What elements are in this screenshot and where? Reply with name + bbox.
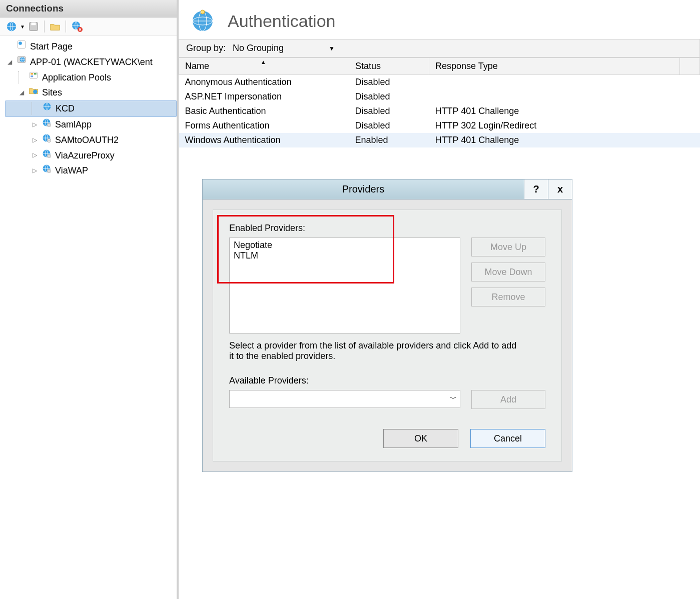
- tree-label: Start Page: [30, 40, 73, 54]
- svg-point-30: [201, 10, 205, 14]
- expander-expand-icon[interactable]: ▷: [31, 136, 38, 145]
- expander-collapsed-icon[interactable]: ◢: [18, 88, 25, 98]
- connect-icon[interactable]: [6, 21, 17, 32]
- app-pools-icon: [28, 70, 39, 85]
- toolbar-separator: [44, 20, 45, 32]
- cell-status: Disabled: [349, 118, 429, 133]
- svg-rect-23: [48, 155, 50, 156]
- cell-name: Windows Authentication: [179, 133, 349, 148]
- grid-row[interactable]: Forms Authentication Disabled HTTP 302 L…: [179, 118, 700, 133]
- svg-rect-2: [31, 22, 36, 26]
- column-header-name[interactable]: Name ▲: [179, 58, 349, 75]
- authentication-grid[interactable]: Name ▲ Status Response Type Anonymous Au…: [179, 58, 700, 148]
- svg-rect-11: [34, 73, 37, 74]
- page-title: Authentication: [228, 12, 336, 31]
- svg-point-13: [33, 90, 37, 94]
- connections-toolbar: ▼: [0, 18, 177, 36]
- ok-button[interactable]: OK: [383, 429, 458, 448]
- svg-rect-5: [18, 41, 26, 48]
- enabled-providers-label: Enabled Providers:: [229, 223, 545, 234]
- provider-info-text: Select a provider from the list of avail…: [229, 340, 519, 362]
- group-by-label: Group by:: [186, 43, 226, 54]
- tree-site-samtooauth2[interactable]: ▷ SAMtoOAUTH2: [5, 132, 177, 148]
- tree-site-viaazureproxy[interactable]: ▷ ViaAzureProxy: [5, 148, 177, 164]
- remove-button[interactable]: Remove: [471, 288, 545, 306]
- grid-row[interactable]: ASP.NET Impersonation Disabled: [179, 90, 700, 104]
- tree-label: APP-01 (WACKETYWACK\ent: [30, 55, 153, 70]
- tree-label: ViaWAP: [55, 164, 88, 178]
- cell-status: Disabled: [349, 75, 429, 90]
- column-header-response[interactable]: Response Type: [429, 58, 680, 75]
- grid-row[interactable]: Windows Authentication Enabled HTTP 401 …: [179, 133, 700, 148]
- group-by-value: No Grouping: [233, 43, 284, 54]
- tree-label: SAMtoOAUTH2: [55, 133, 119, 148]
- tree-server-node[interactable]: ◢ APP-01 (WACKETYWACK\ent: [5, 54, 177, 70]
- cell-name: Forms Authentication: [179, 118, 349, 133]
- toolbar-separator: [66, 20, 66, 32]
- tree-site-kcd[interactable]: KCD: [5, 100, 177, 117]
- add-button[interactable]: Add: [471, 390, 545, 409]
- svg-rect-26: [48, 170, 50, 172]
- cell-name: Anonymous Authentication: [179, 75, 349, 90]
- list-item[interactable]: Negotiate: [234, 240, 456, 250]
- grid-row[interactable]: Anonymous Authentication Disabled: [179, 75, 700, 90]
- tree-site-samlapp[interactable]: ▷ SamlApp: [5, 117, 177, 132]
- tree-label: ViaAzureProxy: [55, 148, 115, 163]
- group-by-bar: Group by: No Grouping ▼: [179, 39, 700, 58]
- tree-label: Sites: [42, 86, 62, 100]
- tree-label: KCD: [56, 102, 75, 116]
- move-up-button[interactable]: Move Up: [471, 238, 545, 256]
- server-icon: [16, 55, 27, 70]
- cell-response: HTTP 401 Challenge: [429, 133, 680, 148]
- dialog-body: Enabled Providers: Negotiate NTLM Move U…: [213, 210, 562, 462]
- enabled-providers-list[interactable]: Negotiate NTLM: [229, 238, 460, 334]
- site-icon: [41, 148, 52, 163]
- connections-panel-title: Connections: [0, 0, 177, 18]
- cell-name: ASP.NET Impersonation: [179, 90, 349, 104]
- grid-row[interactable]: Basic Authentication Disabled HTTP 401 C…: [179, 104, 700, 118]
- cell-status: Enabled: [349, 133, 429, 148]
- group-by-dropdown[interactable]: No Grouping ▼: [231, 42, 337, 54]
- cell-response: HTTP 302 Login/Redirect: [429, 118, 680, 133]
- expander-expand-icon[interactable]: ▷: [31, 120, 38, 130]
- dialog-close-button[interactable]: x: [548, 180, 572, 200]
- providers-dialog: Providers ? x Enabled Providers: Negotia…: [202, 179, 572, 472]
- authentication-icon: [191, 9, 215, 33]
- remove-connection-icon[interactable]: [71, 20, 83, 32]
- tree-label: Application Pools: [42, 70, 111, 85]
- column-header-status[interactable]: Status: [349, 58, 429, 75]
- available-providers-dropdown[interactable]: ﹀: [229, 390, 460, 408]
- expander-expand-icon[interactable]: ▷: [31, 150, 38, 160]
- tree-label: SamlApp: [55, 118, 92, 132]
- svg-rect-12: [31, 76, 33, 77]
- start-page-icon: [16, 40, 27, 54]
- expander-collapsed-icon[interactable]: ◢: [6, 58, 13, 67]
- tree-sites-node[interactable]: ◢ Sites: [5, 85, 177, 100]
- dialog-help-button[interactable]: ?: [524, 180, 548, 200]
- expander-expand-icon[interactable]: ▷: [31, 166, 38, 176]
- dropdown-caret-icon[interactable]: ▼: [20, 24, 25, 30]
- cell-status: Disabled: [349, 90, 429, 104]
- svg-point-6: [19, 42, 22, 45]
- column-header-spacer: [680, 58, 700, 75]
- column-header-label: Name: [185, 61, 209, 71]
- tree-site-viawap[interactable]: ▷ ViaWAP: [5, 163, 177, 178]
- svg-rect-10: [31, 73, 33, 74]
- cancel-button[interactable]: Cancel: [470, 429, 545, 448]
- connections-tree[interactable]: Start Page ◢ APP-01 (WACKETYWACK\ent App…: [0, 36, 177, 599]
- page-header: Authentication: [179, 0, 700, 39]
- tree-app-pools[interactable]: Application Pools: [5, 70, 177, 86]
- connections-panel: Connections ▼ Star: [0, 0, 179, 599]
- save-icon[interactable]: [28, 21, 39, 32]
- site-icon: [41, 133, 52, 148]
- tree-start-page[interactable]: Start Page: [5, 39, 177, 54]
- chevron-down-icon: ﹀: [450, 394, 457, 404]
- move-down-button[interactable]: Move Down: [471, 262, 545, 282]
- cell-name: Basic Authentication: [179, 104, 349, 118]
- cell-status: Disabled: [349, 104, 429, 118]
- list-item[interactable]: NTLM: [234, 250, 456, 261]
- site-icon: [42, 102, 53, 116]
- folder-open-icon[interactable]: [50, 21, 61, 32]
- dialog-titlebar[interactable]: Providers ? x: [203, 180, 572, 200]
- site-icon: [41, 164, 52, 178]
